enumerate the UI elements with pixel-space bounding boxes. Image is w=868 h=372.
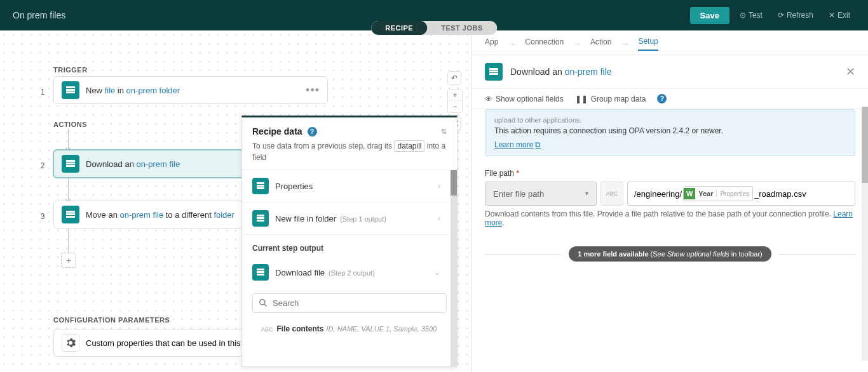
- file-path-select[interactable]: Enter file path: [485, 182, 597, 206]
- connector: [68, 178, 69, 201]
- svg-line-19: [264, 304, 266, 306]
- right-toolbar: 👁Show optional fields ❚❚Group map data ?: [472, 89, 868, 109]
- chevron-down-icon: ⌄: [434, 268, 440, 277]
- right-title: Download an on-prem file: [510, 67, 846, 77]
- chevron-right-icon: ›: [438, 182, 440, 190]
- svg-rect-4: [66, 163, 75, 164]
- step-number-2: 2: [38, 161, 47, 170]
- right-content: upload to other applications. This actio…: [472, 109, 868, 354]
- file-path-row: Enter file path ABC /engineering/ W Year…: [485, 182, 855, 206]
- eye-icon: 👁: [485, 95, 492, 103]
- svg-point-18: [260, 300, 265, 305]
- svg-rect-22: [489, 73, 498, 75]
- recipe-desc: To use data from a previous step, drag i…: [252, 140, 447, 163]
- onprem-icon: [485, 63, 503, 81]
- undo-button[interactable]: ↶: [447, 71, 461, 85]
- recipe-data-panel: Recipe data ? ⇅ To use data from a previ…: [241, 116, 458, 367]
- file-path-input[interactable]: /engineering/ W Year Properties _roadmap…: [627, 182, 855, 206]
- bc-action[interactable]: Action: [590, 37, 611, 50]
- refresh-button[interactable]: ⟳Refresh: [773, 8, 818, 22]
- onprem-icon: [62, 81, 79, 99]
- scrollbar[interactable]: [862, 107, 868, 361]
- zoom-out-button[interactable]: −: [448, 101, 462, 112]
- external-link-icon: ⧉: [535, 140, 541, 149]
- search-icon: [259, 299, 268, 307]
- svg-rect-12: [257, 215, 264, 216]
- page-title: On prem files: [13, 10, 65, 20]
- scrollbar-thumb[interactable]: [862, 107, 868, 183]
- w-icon: W: [684, 188, 695, 199]
- config-text: Custom properties that can be used in th…: [86, 338, 261, 348]
- svg-rect-16: [257, 271, 264, 273]
- svg-rect-13: [257, 217, 264, 219]
- tab-recipe[interactable]: RECIPE: [371, 21, 427, 35]
- connector: [68, 129, 69, 149]
- info-box: upload to other applications. This actio…: [485, 109, 855, 156]
- step-number-3: 3: [38, 212, 47, 221]
- help-icon[interactable]: ?: [308, 127, 317, 136]
- more-fields-bar: 1 more field available (See Show optiona…: [485, 246, 855, 262]
- sort-icon[interactable]: ⇅: [441, 128, 447, 136]
- svg-rect-5: [66, 165, 75, 167]
- bc-setup[interactable]: Setup: [638, 37, 658, 51]
- svg-rect-8: [66, 216, 75, 218]
- search-input[interactable]: [273, 298, 440, 308]
- test-button[interactable]: ⊙Test: [735, 8, 768, 22]
- chevron-right-icon: ›: [438, 214, 440, 223]
- zoom-in-button[interactable]: +: [448, 90, 462, 101]
- pause-icon: ❚❚: [575, 95, 588, 103]
- trigger-step[interactable]: New file in on-prem folder •••: [53, 76, 328, 104]
- svg-rect-10: [257, 185, 264, 187]
- onprem-icon: [62, 155, 79, 173]
- onprem-icon: [62, 206, 79, 223]
- recipe-data-title: Recipe data: [252, 126, 302, 136]
- svg-rect-7: [66, 213, 75, 215]
- svg-rect-3: [66, 160, 75, 162]
- add-step-button[interactable]: +: [61, 253, 76, 268]
- bc-connection[interactable]: Connection: [525, 37, 564, 50]
- close-button[interactable]: ✕: [846, 65, 855, 79]
- svg-rect-20: [489, 68, 498, 70]
- bc-app[interactable]: App: [485, 37, 498, 50]
- exit-button[interactable]: ✕Exit: [824, 8, 855, 22]
- current-step-header: Current step output: [242, 235, 457, 256]
- svg-rect-2: [66, 91, 75, 93]
- right-pane: App → Connection → Action → Setup Downlo…: [471, 30, 868, 372]
- step-more-icon[interactable]: •••: [306, 84, 320, 97]
- step2-text: Download an on-prem file: [86, 159, 236, 169]
- arrow-icon: →: [507, 39, 516, 49]
- trigger-label: TRIGGER: [53, 66, 88, 74]
- action-step-download[interactable]: Download an on-prem file: [53, 150, 244, 178]
- help-icon[interactable]: ?: [657, 94, 667, 103]
- svg-rect-14: [257, 220, 264, 222]
- more-fields-pill[interactable]: 1 more field available (See Show optiona…: [569, 246, 771, 262]
- arrow-icon: →: [573, 39, 581, 49]
- svg-rect-6: [66, 211, 75, 213]
- svg-rect-0: [66, 86, 75, 88]
- abc-badge: ABC: [600, 182, 623, 206]
- properties-row[interactable]: Properties ›: [242, 170, 457, 203]
- tab-test-jobs[interactable]: TEST JOBS: [427, 21, 497, 35]
- gear-icon: [62, 334, 79, 352]
- abc-icon: ABC: [261, 326, 273, 333]
- svg-rect-11: [257, 187, 264, 189]
- file-path-help: Download contents from this file. Provid…: [485, 209, 855, 227]
- group-map-button[interactable]: ❚❚Group map data: [575, 95, 646, 103]
- svg-rect-15: [257, 269, 264, 270]
- properties-icon: [252, 178, 269, 194]
- learn-more-link[interactable]: Learn more⧉: [494, 140, 541, 149]
- file-contents-pill[interactable]: ABCFile contentsID, NAME, VALUE 1, Sampl…: [242, 318, 457, 342]
- step-number-1: 1: [38, 88, 47, 96]
- download-file-row[interactable]: Download file(Step 2 output) ⌄: [242, 256, 457, 288]
- recipe-testjobs-toggle: RECIPE TEST JOBS: [371, 21, 497, 35]
- file-path-label: File path *: [485, 169, 855, 178]
- svg-rect-21: [489, 70, 498, 72]
- save-button[interactable]: Save: [690, 7, 729, 24]
- breadcrumb: App → Connection → Action → Setup: [472, 30, 868, 55]
- svg-rect-17: [257, 274, 264, 276]
- newfile-row[interactable]: New file in folder(Step 1 output) ›: [242, 203, 457, 235]
- show-optional-button[interactable]: 👁Show optional fields: [485, 95, 564, 103]
- config-label: CONFIGURATION PARAMETERS: [53, 316, 170, 324]
- year-datapill[interactable]: W Year Properties: [683, 186, 753, 201]
- right-header: Download an on-prem file ✕: [472, 55, 868, 89]
